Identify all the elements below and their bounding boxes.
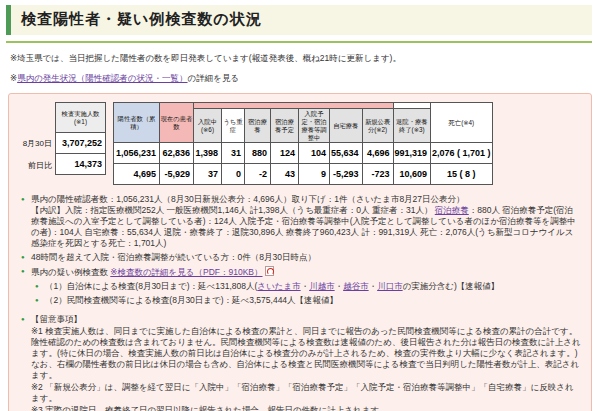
note-3: ※3 実際の退院日、療養終了日の翌日以降に報告された場合、報告日の件数に計上され…	[31, 405, 581, 411]
tested-count-table: 検査実施人数(※1) 3,707,252 14,373	[55, 102, 106, 175]
cell-discharged-day: 991,319	[393, 143, 431, 164]
col-header-newly-announced: 新規公表分(※2)	[362, 109, 393, 143]
cell-hotel-care-day: 880	[245, 143, 271, 164]
bullet-icon: ●	[21, 252, 25, 263]
saitama-city-link[interactable]: さいたま市	[257, 281, 300, 291]
list-item-municipal-tests: ● （1）自治体による検査(8月30日まで)：延べ131,808人(さいたま市・…	[35, 281, 581, 292]
list-item-suspected-tests: ● 県内の疑い例検査数 ※検査数の詳細を見る（PDF：910KB）	[21, 266, 581, 278]
cell-tested-diff: 14,373	[56, 154, 106, 175]
test-detail-pdf-link[interactable]: ※検査数の詳細を見る（PDF：910KB）	[110, 267, 262, 277]
bullet-icon: ●	[35, 281, 39, 292]
col-header-hotel-care: 宿泊療養	[245, 109, 271, 143]
cell-current-patients-day: 62,836	[160, 143, 194, 164]
cell-adjusting-day: 104	[299, 143, 330, 164]
cell-newly-announced-diff: -723	[362, 164, 393, 185]
bullet-icon: ●	[21, 194, 25, 205]
title-divider	[6, 41, 592, 43]
note-1: ※1 検査実施人数は、同日までに実施した自治体による検査の累計と、同日までに報告…	[31, 326, 581, 381]
cell-severe-diff: 0	[222, 164, 245, 185]
cell-adjusting-diff: 9	[299, 164, 330, 185]
koshigaya-city-link[interactable]: 越谷市	[343, 281, 369, 291]
col-header-hotel-care-planned: 宿泊療養予定	[271, 109, 299, 143]
cell-positive-total-day: 1,056,231	[114, 143, 160, 164]
page-title: 検査陽性者・疑い例検査数の状況	[6, 5, 592, 35]
prefecture-status-link[interactable]: 県内の発生状況（陽性確認者の状況・一覧）	[17, 73, 187, 83]
suspected-tests-text: 県内の疑い例検査数	[31, 267, 110, 277]
cell-home-care-diff: -5,293	[330, 164, 363, 185]
status-link-line: ※県内の発生状況（陽性確認者の状況・一覧）の詳細を見る	[10, 73, 600, 85]
col-header-positive-total: 陽性者数（累積）	[114, 103, 160, 143]
col-header-home-care: 自宅療養	[330, 109, 363, 143]
pdf-icon	[265, 266, 274, 276]
cell-hotel-care-planned-day: 124	[271, 143, 299, 164]
bullet-icon: ●	[21, 266, 25, 277]
kawaguchi-city-link[interactable]: 川口市	[377, 281, 403, 291]
list-item-positive-detail: ● 県内の陽性確認者数：1,056,231人（8月30日新規公表分：4,696人…	[21, 194, 581, 249]
cell-hospitalized-day: 1,398	[194, 143, 222, 164]
col-header-severe: うち重症	[222, 109, 245, 143]
private-tests-text: （2）民間検査機関等による検査(8月30日まで)：延べ3,575,444人【速報…	[45, 295, 338, 305]
cell-discharged-diff: 10,609	[393, 164, 431, 185]
col-header-adjusting: 入院予定・宿泊療養等調整中	[299, 109, 330, 143]
cell-newly-announced-day: 4,696	[362, 143, 393, 164]
list-item-private-tests: ● （2）民間検査機関等による検査(8月30日まで)：延べ3,575,444人【…	[35, 295, 581, 306]
hotel-care-link[interactable]: 宿泊療養	[435, 205, 469, 215]
positive-status-table: 陽性者数（累積） 現在の患者数 死亡(※4) 入院中(※6) うち重症 宿泊療養…	[113, 102, 493, 185]
cell-tested-day: 3,707,252	[56, 133, 106, 154]
bullet-icon: ●	[21, 314, 25, 325]
col-header-current-patients: 現在の患者数	[160, 103, 194, 143]
positive-total-line: 県内の陽性確認者数：1,056,231人（8月30日新規公表分：4,696人）取…	[31, 194, 581, 205]
notes-title: 【留意事項】	[31, 314, 82, 324]
municipal-tests-post: の実施分含む)【速報値】	[403, 281, 500, 291]
cell-deaths-diff: 15 ( 8 )	[431, 164, 493, 185]
cell-home-care-day: 55,634	[330, 143, 363, 164]
bullet-icon: ●	[35, 295, 39, 306]
row-label-date: 8月30日	[21, 133, 55, 155]
summary-list: ● 県内の陽性確認者数：1,056,231人（8月30日新規公表分：4,696人…	[21, 194, 581, 411]
city-separator: ・	[335, 281, 344, 291]
city-separator: ・	[369, 281, 378, 291]
cell-hospitalized-diff: 37	[194, 164, 222, 185]
cell-current-patients-diff: -5,929	[160, 164, 194, 185]
breakdown-text-pre: 【内訳】入院：指定医療機関252人 一般医療機関1,146人 計1,398人（う…	[31, 205, 435, 215]
col-header-deaths: 死亡(※4)	[431, 103, 493, 143]
cell-hotel-care-diff: -2	[245, 164, 271, 185]
city-separator: ・	[301, 281, 310, 291]
table-row-labels: 8月30日 前日比	[21, 102, 55, 177]
list-item-notes: ● 【留意事項】 ※1 検査実施人数は、同日までに実施した自治体による検査の累計…	[21, 314, 581, 411]
col-header-tested: 検査実施人数(※1)	[56, 103, 106, 133]
row-label-diff: 前日比	[21, 155, 55, 177]
col-header-discharged: 退院・療養終了(※3)	[393, 109, 431, 143]
positive-breakdown-line: 【内訳】入院：指定医療機関252人 一般医療機関1,146人 計1,398人（う…	[31, 205, 581, 249]
col-header-hospitalized: 入院中(※6)	[194, 109, 222, 143]
kawagoe-city-link[interactable]: 川越市	[309, 281, 335, 291]
summary-panel: 8月30日 前日比 検査実施人数(※1) 3,707,252 14,373 陽性…	[8, 93, 592, 411]
status-table-area: 8月30日 前日比 検査実施人数(※1) 3,707,252 14,373 陽性…	[21, 102, 581, 185]
48h-text: 48時間を超えて入院・宿泊療養調整が続いている方：0件（8月30日時点）	[31, 252, 316, 262]
status-link-suffix: の詳細を見る	[188, 73, 240, 83]
municipal-tests-pre: （1）自治体による検査(8月30日まで)：延べ131,808人(	[45, 281, 257, 291]
cell-hotel-care-planned-diff: 43	[271, 164, 299, 185]
cell-severe-day: 31	[222, 143, 245, 164]
note-2: ※2 「新規公表分」は、調整を経て翌日に「入院中」「宿泊療養」「宿泊療養予定」「…	[31, 382, 581, 404]
cell-deaths-day: 2,076 ( 1,701 )	[431, 143, 493, 164]
update-note: ※埼玉県では、当日把握した陽性者の数を即日発表しています(報道発表後、概ね21時…	[10, 53, 600, 65]
cell-positive-total-diff: 4,695	[114, 164, 160, 185]
list-item-48h: ● 48時間を超えて入院・宿泊療養調整が続いている方：0件（8月30日時点）	[21, 252, 581, 263]
